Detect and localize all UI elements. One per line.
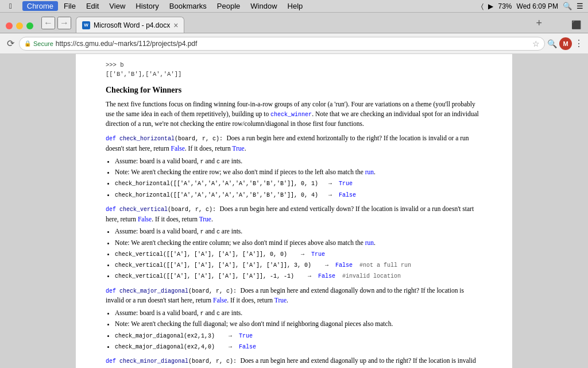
func1-bullet-2: Note: We aren't checking the entire row;… [115, 167, 482, 177]
menu-history[interactable]: History [131, 1, 163, 11]
menu-items-left:  Chrome File Edit View History Bookmark… [5, 1, 307, 11]
func3-bullets: Assume: board is a valid board, r and c … [115, 308, 482, 351]
pdf-content: >>> b [['B','B'],['A','A']] Checking for… [76, 54, 512, 368]
menu-help[interactable]: Help [283, 1, 308, 11]
func2-example-3: check_vertical([['A'], ['A'], ['A'], ['A… [115, 271, 482, 281]
extensions-button[interactable]: ⬛ [571, 20, 581, 29]
traffic-lights [6, 22, 33, 29]
secure-icon: 🔒 [24, 40, 31, 47]
func1-example-1: check_horizontal([['A','A','A','A','A','… [115, 178, 482, 188]
func2-bullets: Assume: board is a valid board, r and c … [115, 227, 482, 281]
func1-example-2: check_horizontal([['A','A','A','A','A','… [115, 190, 482, 200]
new-tab-button[interactable]: + [536, 17, 542, 29]
tab-favicon: W [82, 21, 90, 29]
control-icon[interactable]: ☰ [577, 2, 583, 10]
search-icon[interactable]: 🔍 [547, 39, 557, 48]
func4-def: def check_minor_diagonal(board, r, c): D… [106, 356, 482, 368]
profile-avatar[interactable]: M [559, 37, 572, 50]
search-menu-icon[interactable]: 🔍 [563, 2, 572, 10]
menu-bookmarks[interactable]: Bookmarks [165, 1, 211, 11]
func2-bullet-2: Note: We aren't checking the entire colu… [115, 238, 482, 248]
tab-bar: ← → W Microsoft Word - p4.docx × + ⬛ [0, 13, 588, 33]
func3-example-1: check_major_diagonal(ex2,1,3) → True [115, 331, 482, 340]
menu-chrome[interactable]: Chrome [22, 1, 58, 11]
address-input[interactable]: 🔒 Secure https://cs.gmu.edu/~marks/112/p… [19, 37, 545, 51]
func2-example-1: check_vertical([['A'], ['A'], ['A'], ['A… [115, 249, 482, 259]
url-text[interactable]: https://cs.gmu.edu/~marks/112/projects/p… [56, 40, 530, 48]
code-line-2: [['B','B'],['A','A']] [106, 70, 482, 79]
menu-view[interactable]: View [105, 1, 130, 11]
func2-def: def check_vertical(board, r, c): Does a … [106, 204, 482, 225]
back-button[interactable]: ← [41, 17, 55, 29]
intro-paragraph: The next five functions focus on finding… [106, 99, 482, 129]
menu-file[interactable]: File [59, 1, 80, 11]
minimize-window-button[interactable] [16, 22, 23, 29]
clock: Wed 6:09 PM [517, 2, 558, 10]
menu-bar:  Chrome File Edit View History Bookmark… [0, 0, 588, 13]
maximize-window-button[interactable] [26, 22, 33, 29]
wifi-icon: 〈 [481, 2, 483, 10]
section-heading: Checking for Winners [106, 84, 482, 96]
func2-bullet-1: Assume: board is a valid board, r and c … [115, 227, 482, 236]
code-line-1: >>> b [106, 61, 482, 70]
battery-status: 73% [498, 2, 512, 10]
bookmark-star-icon[interactable]: ☆ [532, 39, 540, 48]
func3-def: def check_major_diagonal(board, r, c): D… [106, 286, 482, 306]
active-tab[interactable]: W Microsoft Word - p4.docx × [76, 17, 184, 33]
tab-title: Microsoft Word - p4.docx [94, 21, 170, 29]
func1-def: def check_horizontal(board, r, c): Does … [106, 133, 482, 154]
page-container: >>> b [['B','B'],['A','A']] Checking for… [0, 54, 588, 368]
address-bar: ⟳ 🔒 Secure https://cs.gmu.edu/~marks/112… [0, 33, 588, 54]
reload-button[interactable]: ⟳ [5, 37, 17, 50]
func3-example-2: check_major_diagonal(ex2,4,0) → False [115, 342, 482, 351]
func1-bullet-1: Assume: board is a valid board, r and c … [115, 156, 482, 166]
apple-menu[interactable]:  [5, 1, 17, 11]
func1-bullets: Assume: board is a valid board, r and c … [115, 156, 482, 200]
menu-window[interactable]: Window [246, 1, 281, 11]
func3-bullet-2: Note: We aren't checking the full diagon… [115, 319, 482, 329]
menu-people[interactable]: People [212, 1, 245, 11]
menu-bar-right: 〈 ▶ 73% Wed 6:09 PM 🔍 ☰ [481, 0, 583, 12]
nav-controls: ⟳ [5, 37, 17, 50]
code-block-top: >>> b [['B','B'],['A','A']] [106, 61, 482, 79]
menu-edit[interactable]: Edit [82, 1, 103, 11]
menu-icon[interactable]: ⋮ [574, 38, 583, 49]
tab-nav-buttons: ← → [41, 17, 71, 29]
func3-bullet-1: Assume: board is a valid board, r and c … [115, 308, 482, 318]
tab-close-button[interactable]: × [173, 21, 178, 30]
func2-example-2: check_vertical([['A'], ['A'], ['A'], ['A… [115, 260, 482, 270]
forward-button[interactable]: → [57, 17, 71, 29]
volume-icon: ▶ [488, 2, 493, 10]
secure-label: Secure [33, 40, 53, 47]
close-window-button[interactable] [6, 22, 13, 29]
address-bar-right: 🔍 M ⋮ [547, 37, 583, 50]
